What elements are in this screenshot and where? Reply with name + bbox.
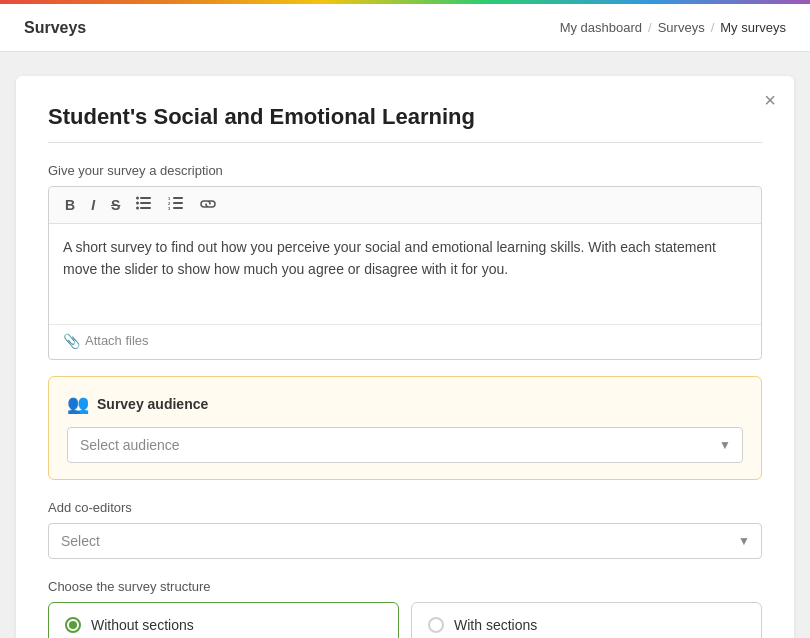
breadcrumb-sep-2: /	[711, 20, 715, 35]
svg-point-4	[136, 202, 139, 205]
breadcrumb-my-dashboard[interactable]: My dashboard	[560, 20, 642, 35]
description-text[interactable]: A short survey to find out how you perce…	[49, 224, 761, 324]
audience-label: Survey audience	[97, 396, 208, 412]
survey-title: Student's Social and Emotional Learning	[48, 104, 762, 143]
breadcrumb-sep-1: /	[648, 20, 652, 35]
attach-label: Attach files	[85, 333, 149, 348]
unordered-list-button[interactable]	[130, 193, 158, 217]
italic-button[interactable]: I	[85, 194, 101, 217]
strike-button[interactable]: S	[105, 194, 126, 217]
co-editors-select[interactable]: Select	[48, 523, 762, 559]
audience-header: 👥 Survey audience	[67, 393, 743, 415]
co-editors-select-wrapper: Select ▼	[48, 523, 762, 559]
breadcrumb: My dashboard / Surveys / My surveys	[560, 20, 786, 35]
svg-point-3	[136, 197, 139, 200]
description-editor: B I S	[48, 186, 762, 360]
without-sections-label: Without sections	[91, 617, 194, 633]
attach-files-link[interactable]: 📎 Attach files	[63, 333, 747, 349]
survey-modal: × Student's Social and Emotional Learnin…	[16, 76, 794, 638]
description-label: Give your survey a description	[48, 163, 762, 178]
breadcrumb-current: My surveys	[720, 20, 786, 35]
co-editors-label: Add co-editors	[48, 500, 762, 515]
with-sections-label: With sections	[454, 617, 537, 633]
paperclip-icon: 📎	[63, 333, 80, 349]
attach-row: 📎 Attach files	[49, 324, 761, 359]
option-with-sections[interactable]: With sections	[411, 602, 762, 638]
modal-close-icon[interactable]: ×	[764, 90, 776, 110]
header: Surveys My dashboard / Surveys / My surv…	[0, 4, 810, 52]
svg-rect-0	[140, 197, 151, 199]
audience-section: 👥 Survey audience Select audience ▼	[48, 376, 762, 480]
structure-section: Choose the survey structure Without sect…	[48, 579, 762, 638]
structure-options: Without sections With sections	[48, 602, 762, 638]
ordered-list-button[interactable]: 1 2 3	[162, 193, 190, 217]
page-content: × Student's Social and Emotional Learnin…	[0, 52, 810, 638]
audience-select-wrapper: Select audience ▼	[67, 427, 743, 463]
audience-icon: 👥	[67, 393, 89, 415]
svg-rect-2	[140, 207, 151, 209]
radio-with-sections	[428, 617, 444, 633]
svg-rect-1	[140, 202, 151, 204]
svg-text:3: 3	[168, 206, 171, 210]
svg-rect-6	[173, 197, 183, 199]
radio-without-sections	[65, 617, 81, 633]
co-editors-section: Add co-editors Select ▼	[48, 500, 762, 559]
editor-toolbar: B I S	[49, 187, 761, 224]
svg-rect-7	[173, 202, 183, 204]
breadcrumb-surveys[interactable]: Surveys	[658, 20, 705, 35]
structure-label: Choose the survey structure	[48, 579, 762, 594]
audience-select[interactable]: Select audience	[67, 427, 743, 463]
app-title: Surveys	[24, 19, 86, 37]
svg-point-5	[136, 207, 139, 210]
svg-rect-8	[173, 207, 183, 209]
link-button[interactable]	[194, 194, 222, 217]
option-without-sections[interactable]: Without sections	[48, 602, 399, 638]
bold-button[interactable]: B	[59, 194, 81, 217]
